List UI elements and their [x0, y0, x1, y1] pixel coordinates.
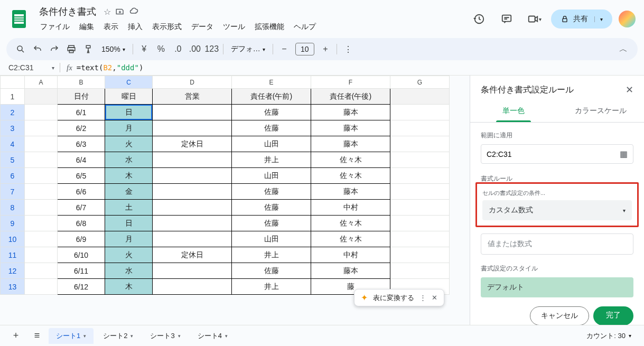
cell[interactable]: 6/2	[58, 120, 105, 136]
cell[interactable]	[25, 231, 58, 247]
cell[interactable]	[25, 216, 58, 231]
cell[interactable]	[25, 263, 58, 279]
col-header-D[interactable]: D	[153, 76, 232, 89]
cell[interactable]: 藤本	[311, 105, 390, 120]
cell[interactable]: 月	[105, 231, 153, 247]
sheet-tab-4[interactable]: シート4▾	[190, 328, 235, 344]
cell[interactable]: 佐々木	[311, 152, 390, 168]
cell[interactable]: 中村	[311, 247, 390, 263]
cell[interactable]	[153, 279, 232, 295]
all-sheets-icon[interactable]: ≡	[27, 328, 46, 344]
sheet-tab-3[interactable]: シート3▾	[143, 328, 188, 344]
select-range-icon[interactable]: ▦	[620, 149, 628, 159]
menu-tools[interactable]: ツール	[219, 20, 249, 34]
cell[interactable]	[153, 200, 232, 216]
range-input-row[interactable]: ▦	[481, 144, 633, 164]
formula-input[interactable]: =text(B2,"ddd")	[77, 63, 143, 72]
col-header-G[interactable]: G	[390, 76, 450, 89]
row-header-11[interactable]: 11	[1, 247, 25, 263]
header-cell[interactable]	[25, 89, 58, 105]
selection-count[interactable]: カウント: 30▾	[586, 331, 638, 341]
menu-insert[interactable]: 挿入	[124, 20, 147, 34]
cell[interactable]: 佐藤	[232, 105, 311, 120]
style-preview[interactable]: デフォルト	[481, 277, 633, 297]
menu-edit[interactable]: 編集	[75, 20, 98, 34]
row-header-7[interactable]: 7	[1, 184, 25, 200]
cell[interactable]: 火	[105, 136, 153, 152]
cell[interactable]: 佐々木	[311, 231, 390, 247]
row-header-8[interactable]: 8	[1, 200, 25, 216]
cell[interactable]: 佐々木	[311, 216, 390, 231]
print-icon[interactable]	[63, 41, 79, 57]
increase-decimal-icon[interactable]: .00	[187, 41, 203, 57]
doc-title[interactable]: 条件付き書式	[36, 4, 99, 19]
cell[interactable]	[153, 120, 232, 136]
cell[interactable]	[25, 120, 58, 136]
cell[interactable]	[390, 120, 450, 136]
cell[interactable]	[25, 152, 58, 168]
cell[interactable]: 6/8	[58, 216, 105, 231]
cell[interactable]: 6/5	[58, 168, 105, 184]
cell[interactable]	[25, 247, 58, 263]
cell[interactable]	[25, 200, 58, 216]
zoom-select[interactable]: 150% ▾	[97, 45, 129, 53]
cell[interactable]: 井上	[232, 152, 311, 168]
cell[interactable]: 6/12	[58, 279, 105, 295]
cell[interactable]: 佐藤	[232, 263, 311, 279]
cell[interactable]	[153, 184, 232, 200]
cell[interactable]: 月	[105, 120, 153, 136]
cell[interactable]: 水	[105, 152, 153, 168]
menu-file[interactable]: ファイル	[36, 20, 74, 34]
add-sheet-icon[interactable]: +	[6, 328, 25, 344]
cell[interactable]: 藤本	[311, 184, 390, 200]
cell[interactable]: 日	[105, 105, 153, 120]
col-header-C[interactable]: C	[105, 76, 153, 89]
cell[interactable]: 6/3	[58, 136, 105, 152]
formula-value-input[interactable]: 値または数式	[481, 233, 633, 255]
row-header-2[interactable]: 2	[1, 105, 25, 120]
cell[interactable]: 定休日	[153, 136, 232, 152]
header-cell[interactable]: 営業	[153, 89, 232, 105]
row-header-12[interactable]: 12	[1, 263, 25, 279]
cell[interactable]: 佐藤	[232, 184, 311, 200]
more-formats-icon[interactable]: 123	[204, 41, 220, 57]
cell[interactable]: 藤本	[311, 263, 390, 279]
cell[interactable]: 6/11	[58, 263, 105, 279]
cell[interactable]: 日	[105, 216, 153, 231]
menu-data[interactable]: データ	[187, 20, 218, 34]
col-header-F[interactable]: F	[311, 76, 390, 89]
col-header-E[interactable]: E	[232, 76, 311, 89]
collapse-toolbar-icon[interactable]: ︿	[615, 41, 631, 57]
cell[interactable]: 佐々木	[311, 168, 390, 184]
undo-icon[interactable]	[30, 41, 45, 57]
share-caret-icon[interactable]: ▾	[594, 16, 603, 22]
cell[interactable]: 中村	[311, 200, 390, 216]
paint-format-icon[interactable]	[80, 41, 96, 57]
cell[interactable]	[153, 168, 232, 184]
name-box-caret-icon[interactable]: ▾	[49, 65, 58, 71]
row-header-13[interactable]: 13	[1, 279, 25, 295]
done-button[interactable]: 完了	[593, 306, 633, 325]
cell[interactable]	[390, 247, 450, 263]
header-cell[interactable]: 曜日	[105, 89, 153, 105]
cell[interactable]: 定休日	[153, 247, 232, 263]
condition-select[interactable]: カスタム数式 ▾	[482, 200, 632, 220]
cell[interactable]: 井上	[232, 279, 311, 295]
cell[interactable]	[153, 105, 232, 120]
header-cell[interactable]: 日付	[58, 89, 105, 105]
cell[interactable]: 金	[105, 184, 153, 200]
panel-close-icon[interactable]: ✕	[626, 84, 633, 96]
cell[interactable]	[390, 136, 450, 152]
cell[interactable]	[390, 152, 450, 168]
cell[interactable]	[390, 231, 450, 247]
cell[interactable]: 6/10	[58, 247, 105, 263]
header-cell[interactable]: 責任者(午後)	[311, 89, 390, 105]
search-icon[interactable]	[13, 41, 29, 57]
cell[interactable]: 藤本	[311, 120, 390, 136]
name-box[interactable]: C2:C31	[6, 62, 49, 73]
cell[interactable]: 佐藤	[232, 120, 311, 136]
popup-more-icon[interactable]: ⋮	[419, 294, 426, 302]
cell[interactable]	[390, 184, 450, 200]
meet-icon[interactable]: ▾	[524, 8, 545, 30]
cancel-button[interactable]: キャンセル	[530, 306, 589, 325]
